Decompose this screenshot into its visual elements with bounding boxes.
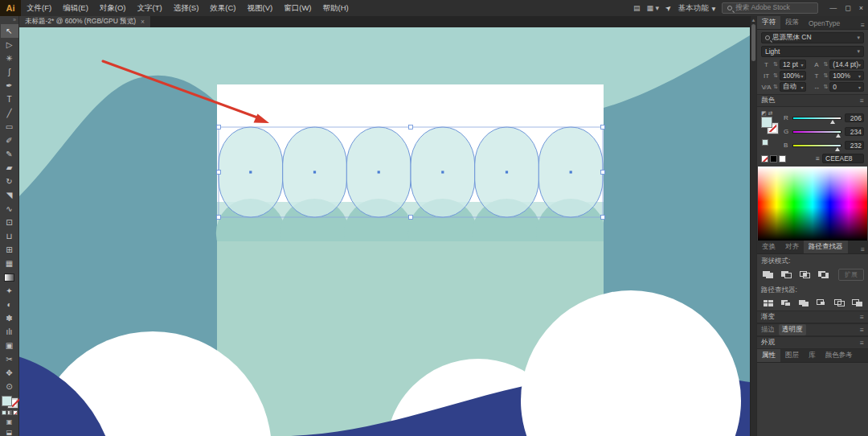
canvas-vertical-scrollbar[interactable]: ▲ [750, 16, 756, 436]
color-panel-header[interactable]: 颜色 ≡ [757, 94, 868, 107]
panel-menu-icon[interactable]: ≡ [860, 339, 864, 347]
minimize-button[interactable]: — [829, 4, 837, 12]
kerning-field[interactable]: V⁄A ⇅ 自动▾ [761, 82, 806, 92]
eyedropper-tool[interactable]: ✦ [1, 284, 18, 298]
stroke-transparency-header[interactable]: 描边 透明度 ≡ [757, 323, 868, 336]
divide-button[interactable] [761, 298, 774, 308]
menu-type[interactable]: 文字(T) [132, 0, 168, 16]
gradient-panel-header[interactable]: 渐变 ≡ [757, 311, 868, 323]
lasso-tool[interactable]: ʃ [1, 65, 18, 79]
drawing-mode-icon[interactable]: ▣ [6, 418, 13, 426]
red-value[interactable]: 206 [845, 113, 864, 122]
stepper-icon[interactable]: ⇅ [773, 84, 778, 90]
scrollbar-thumb[interactable] [751, 24, 755, 61]
menu-help[interactable]: 帮助(H) [317, 0, 354, 16]
magic-wand-tool[interactable]: ✳ [1, 51, 18, 65]
panel-menu-icon[interactable]: ≡ [860, 313, 864, 321]
mesh-tool[interactable]: ▦ [1, 257, 18, 270]
green-slider[interactable] [792, 130, 841, 134]
menu-select[interactable]: 选择(S) [168, 0, 205, 16]
appearance-panel-header[interactable]: 外观 ≡ [757, 336, 868, 349]
stepper-icon[interactable]: ⇅ [773, 61, 778, 68]
blue-value[interactable]: 232 [845, 141, 864, 150]
paintbrush-tool[interactable]: ✐ [1, 134, 18, 147]
restore-button[interactable]: ◻ [845, 4, 850, 12]
stepper-icon[interactable]: ⇅ [823, 61, 828, 68]
workspace-switcher[interactable]: 基本功能 ▾ [678, 3, 715, 14]
direct-selection-tool[interactable]: ▷ [1, 38, 18, 51]
hand-tool[interactable]: ✥ [1, 366, 18, 380]
last-color-swatch[interactable] [762, 139, 768, 146]
tab-color-guide[interactable]: 颜色参考 [821, 349, 858, 362]
panel-menu-icon[interactable]: ≡ [860, 97, 864, 105]
panel-menu-icon[interactable]: ≡ [861, 245, 868, 253]
pen-tool[interactable]: ✒ [1, 79, 18, 93]
tab-character[interactable]: 字符 [757, 16, 780, 29]
slice-tool[interactable]: ✂ [1, 352, 18, 366]
red-slider[interactable] [792, 117, 841, 120]
none-swatch[interactable] [761, 155, 768, 162]
font-family-select[interactable]: 思源黑体 CN ▾ [761, 32, 864, 43]
line-segment-tool[interactable]: ╱ [1, 106, 18, 120]
none-mode-icon[interactable] [13, 410, 18, 415]
stepper-icon[interactable]: ⇅ [823, 72, 828, 79]
canvas[interactable] [19, 27, 750, 436]
crop-button[interactable] [815, 298, 828, 308]
symbol-sprayer-tool[interactable]: ✽ [1, 311, 18, 325]
scale-tool[interactable]: ◥ [1, 188, 18, 202]
font-style-select[interactable]: Light ▾ [761, 46, 864, 57]
font-size-field[interactable]: T ⇅ 12 pt▾ [761, 60, 806, 69]
color-mode-icon[interactable] [2, 410, 6, 415]
fill-proxy[interactable] [761, 117, 772, 128]
tab-properties[interactable]: 属性 [757, 349, 780, 362]
tracking-field[interactable]: ↔ ⇅ 0▾ [811, 82, 864, 92]
menu-object[interactable]: 对象(O) [94, 0, 132, 16]
eraser-tool[interactable]: ▰ [1, 161, 18, 175]
shape-builder-tool[interactable]: ⊔ [1, 229, 18, 243]
close-button[interactable]: × [859, 4, 863, 12]
layout-grid-icon[interactable]: ▦ ▾ [646, 4, 659, 12]
gradient-tool[interactable] [1, 270, 18, 284]
toolbar-collapse-icon[interactable]: » [13, 16, 18, 24]
tab-close-icon[interactable]: × [141, 18, 145, 26]
blend-tool[interactable]: ◐ [1, 298, 18, 311]
stepper-icon[interactable]: ⇅ [773, 72, 778, 79]
panel-menu-icon[interactable]: ≡ [860, 326, 864, 334]
expand-button[interactable]: 扩展 [838, 269, 864, 281]
tab-transparency[interactable]: 透明度 [779, 324, 806, 335]
search-input[interactable]: 搜索 Adobe Stock [722, 2, 818, 14]
artboard-tool[interactable]: ▣ [1, 339, 18, 352]
fill-stroke-widget[interactable] [2, 396, 18, 408]
tab-paragraph[interactable]: 段落 [780, 16, 804, 29]
trim-button[interactable] [779, 298, 792, 308]
tab-transform[interactable]: 变换 [757, 241, 780, 253]
tab-pathfinder[interactable]: 路径查找器 [804, 241, 848, 253]
outline-button[interactable] [833, 298, 845, 308]
menu-effect[interactable]: 效果(C) [204, 0, 241, 16]
fill-stroke-toggle-icon[interactable]: ◩ ⇄ [761, 110, 772, 117]
share-icon[interactable]: ➤ [664, 3, 674, 14]
fill-swatch[interactable] [2, 396, 12, 406]
hex-value-field[interactable]: CEEAE8 [822, 154, 864, 163]
pencil-tool[interactable]: ✎ [1, 147, 18, 161]
tab-opentype[interactable]: OpenType [804, 18, 845, 29]
rotate-tool[interactable]: ↻ [1, 175, 18, 188]
stepper-icon[interactable]: ⇅ [823, 84, 828, 90]
intersect-button[interactable] [798, 269, 812, 280]
tab-libraries[interactable]: 库 [804, 349, 821, 362]
zoom-tool[interactable]: ⊙ [1, 380, 18, 393]
document-arrange-icon[interactable]: ▤ [633, 4, 641, 12]
exclude-button[interactable] [817, 269, 830, 280]
type-tool[interactable]: T [1, 93, 18, 106]
unite-button[interactable] [761, 269, 775, 280]
panel-menu-icon[interactable]: ≡ [861, 21, 868, 29]
merge-button[interactable] [797, 298, 810, 308]
green-value[interactable]: 234 [845, 127, 864, 136]
selection-tool[interactable]: ↖ [1, 24, 18, 38]
white-swatch[interactable] [779, 155, 786, 162]
gradient-mode-icon[interactable] [7, 410, 12, 415]
blue-slider[interactable] [792, 144, 841, 147]
black-swatch[interactable] [770, 155, 777, 162]
document-tab[interactable]: 未标题-2* @ 600% (RGB/GPU 预览) × [19, 16, 151, 27]
rectangle-tool[interactable]: ▭ [1, 120, 18, 134]
